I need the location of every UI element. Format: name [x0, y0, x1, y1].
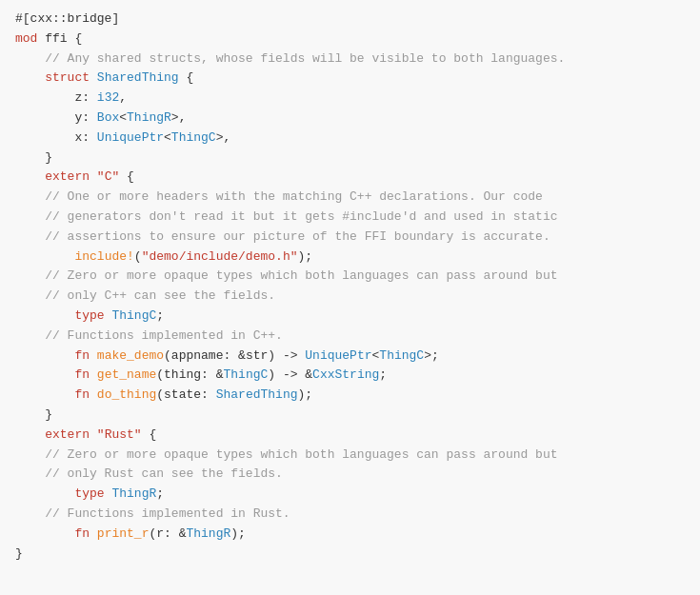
code-line: y: Box<ThingR>, — [15, 109, 685, 129]
code-token: ThingR — [127, 110, 171, 125]
code-line: // Functions implemented in C++. — [15, 327, 685, 347]
code-token: fn — [74, 387, 90, 402]
code-line: } — [15, 149, 685, 169]
code-token — [15, 249, 74, 264]
code-token — [90, 348, 97, 363]
code-line: // Zero or more opaque types which both … — [15, 267, 685, 287]
code-token: // Any shared structs, whose fields will… — [15, 51, 565, 66]
code-token: ThingC — [111, 308, 156, 323]
code-line: fn make_demo(appname: &str) -> UniquePtr… — [15, 347, 685, 367]
code-token: i32 — [97, 90, 119, 105]
code-token: // generators don't read it but it gets … — [15, 209, 558, 224]
code-token: } — [15, 407, 52, 422]
code-token: Box — [97, 110, 119, 125]
code-token: "Rust" — [97, 427, 142, 442]
code-token: >, — [171, 110, 187, 125]
code-token: "demo/include/demo.h" — [142, 249, 298, 264]
code-token: // only C++ can see the fields. — [15, 288, 275, 303]
code-token — [15, 486, 74, 501]
code-token: ThingC — [171, 130, 216, 145]
code-token: CxxString — [312, 367, 379, 382]
code-token: (state: — [156, 387, 215, 402]
code-token — [15, 348, 74, 363]
code-token: ); — [230, 526, 246, 541]
code-token — [15, 427, 45, 442]
code-token: y: — [15, 110, 97, 125]
code-line: fn print_r(r: &ThingR); — [15, 525, 685, 545]
code-token: { — [179, 70, 194, 85]
code-token: (appname: &str) -> — [164, 348, 305, 363]
code-line: fn get_name(thing: &ThingC) -> &CxxStrin… — [15, 366, 685, 386]
code-line: // Zero or more opaque types which both … — [15, 446, 685, 466]
code-line: struct SharedThing { — [15, 69, 685, 89]
code-token: // assertions to ensure our picture of t… — [15, 229, 550, 244]
code-token: z: — [15, 90, 97, 105]
code-token: { — [142, 427, 157, 442]
code-token — [15, 387, 74, 402]
code-token — [90, 367, 97, 382]
code-token — [15, 367, 74, 382]
code-token: >; — [424, 348, 439, 363]
code-token: , — [119, 90, 127, 105]
code-token: x: — [15, 130, 97, 145]
code-token: { — [119, 169, 134, 184]
code-token: fn — [74, 526, 90, 541]
code-token: "C" — [97, 169, 119, 184]
code-token: do_thing — [97, 387, 156, 402]
code-token: ); — [297, 249, 312, 264]
code-token: fn — [74, 348, 90, 363]
code-line: // One or more headers with the matching… — [15, 188, 685, 208]
code-line: mod ffi { — [15, 30, 685, 50]
code-token: make_demo — [97, 348, 164, 363]
code-token: // only Rust can see the fields. — [15, 466, 283, 481]
code-editor: #[cxx::bridge]mod ffi { // Any shared st… — [0, 0, 700, 595]
code-token: // One or more headers with the matching… — [15, 189, 543, 204]
code-token: (thing: & — [156, 367, 223, 382]
code-token: ffi { — [37, 31, 82, 46]
code-token: ; — [379, 367, 387, 382]
code-token: extern — [45, 427, 90, 442]
code-token: (r: & — [149, 526, 186, 541]
code-token — [90, 169, 97, 184]
code-token — [15, 70, 45, 85]
code-token: >, — [216, 130, 231, 145]
code-token: < — [119, 110, 127, 125]
code-line: // only C++ can see the fields. — [15, 287, 685, 307]
code-token — [90, 427, 97, 442]
code-line: } — [15, 545, 685, 565]
code-token: SharedThing — [216, 387, 298, 402]
code-token: // Zero or more opaque types which both … — [15, 268, 558, 283]
code-line: // Any shared structs, whose fields will… — [15, 50, 685, 69]
code-line: // Functions implemented in Rust. — [15, 505, 685, 525]
code-token — [15, 169, 45, 184]
code-token: struct — [45, 70, 90, 85]
code-token: ThingR — [186, 526, 230, 541]
code-line: // assertions to ensure our picture of t… — [15, 228, 685, 248]
code-token: include! — [74, 249, 133, 264]
code-token: type — [74, 486, 104, 501]
code-token: type — [74, 308, 104, 323]
code-line: x: UniquePtr<ThingC>, — [15, 129, 685, 149]
code-token: ; — [156, 308, 164, 323]
code-token: // Functions implemented in Rust. — [15, 506, 290, 521]
code-token: #[cxx::bridge] — [15, 11, 119, 26]
code-line: extern "Rust" { — [15, 426, 685, 446]
code-token: ); — [298, 387, 313, 402]
code-token: mod — [15, 31, 37, 46]
code-token: print_r — [97, 526, 150, 541]
code-token: ; — [156, 486, 164, 501]
code-token: ThingR — [111, 486, 156, 501]
code-token: // Zero or more opaque types which both … — [15, 447, 558, 462]
code-token: // Functions implemented in C++. — [15, 328, 283, 343]
code-line: type ThingC; — [15, 307, 685, 327]
code-token: SharedThing — [97, 70, 179, 85]
code-token: < — [164, 130, 171, 145]
code-token: fn — [74, 367, 90, 382]
code-token — [90, 387, 97, 402]
code-token: } — [15, 150, 52, 165]
code-line: extern "C" { — [15, 168, 685, 188]
code-token: UniquePtr — [97, 130, 164, 145]
code-line: type ThingR; — [15, 485, 685, 505]
code-token: } — [15, 546, 23, 561]
code-line: include!("demo/include/demo.h"); — [15, 248, 685, 268]
